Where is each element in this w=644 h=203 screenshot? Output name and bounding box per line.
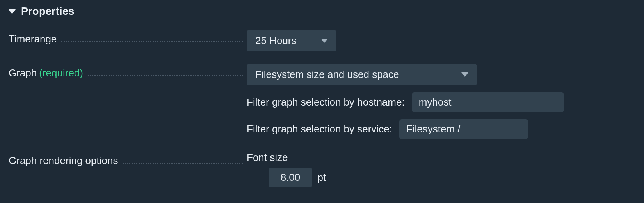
control-cell-graph: Filesystem size and used space Filter gr… [247, 64, 635, 139]
section-title: Properties [21, 5, 75, 18]
dots-filler [61, 41, 243, 42]
label-cell-graph: Graph (required) [9, 64, 247, 79]
row-graph: Graph (required) Filesystem size and use… [9, 64, 635, 139]
control-cell-timerange: 25 Hours [247, 30, 635, 51]
graph-select-value: Filesystem size and used space [255, 69, 399, 81]
font-size-input[interactable] [269, 168, 312, 187]
dots-filler [123, 163, 243, 164]
timerange-select-value: 25 Hours [255, 35, 297, 47]
label-graph-required: (required) [39, 67, 83, 79]
label-rendering: Graph rendering options [9, 155, 118, 167]
font-size-label: Font size [247, 152, 635, 164]
label-timerange: Timerange [9, 33, 57, 45]
properties-rows: Timerange 25 Hours Graph (required) [9, 30, 635, 187]
properties-panel: Properties Timerange 25 Hours Graph (req… [0, 0, 644, 193]
filter-hostname-line: Filter graph selection by hostname: [247, 92, 635, 112]
filter-service-label: Filter graph selection by service: [247, 123, 392, 135]
control-cell-rendering: Font size pt [247, 152, 635, 187]
font-size-block: Font size pt [247, 152, 635, 187]
font-size-unit: pt [318, 172, 326, 183]
label-cell-timerange: Timerange [9, 30, 247, 45]
properties-section-header[interactable]: Properties [9, 5, 635, 18]
chevron-down-icon [461, 72, 468, 77]
timerange-select[interactable]: 25 Hours [247, 30, 336, 51]
font-size-row: pt [254, 168, 635, 187]
row-timerange: Timerange 25 Hours [9, 30, 635, 51]
graph-select[interactable]: Filesystem size and used space [247, 64, 477, 85]
collapse-toggle-icon [9, 9, 16, 14]
chevron-down-icon [321, 39, 328, 43]
filter-hostname-input[interactable] [412, 92, 564, 112]
label-graph: Graph [9, 67, 37, 79]
label-cell-rendering: Graph rendering options [9, 152, 247, 167]
filter-hostname-label: Filter graph selection by hostname: [247, 96, 405, 108]
filter-service-line: Filter graph selection by service: [247, 119, 635, 139]
row-rendering: Graph rendering options Font size pt [9, 152, 635, 187]
filter-service-input[interactable] [399, 119, 528, 139]
dots-filler [88, 75, 243, 76]
